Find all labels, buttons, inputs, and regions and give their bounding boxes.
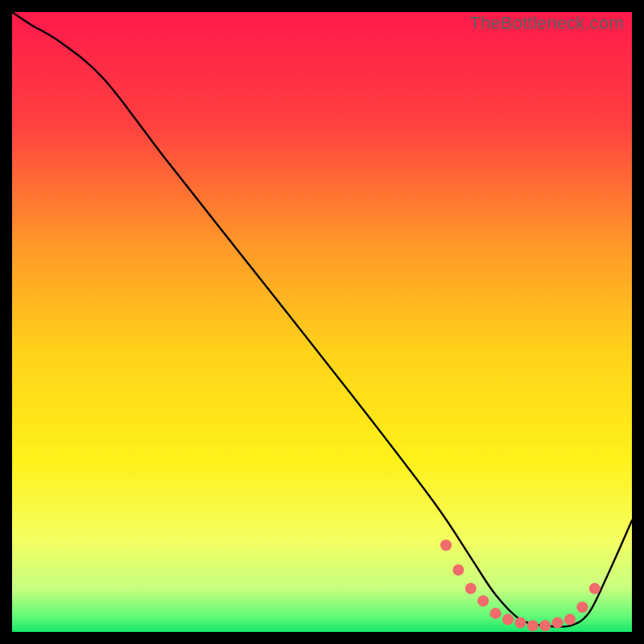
highlight-dot [589,583,601,594]
highlight-dot [576,601,588,613]
highlight-dot [490,608,502,619]
highlight-dot [527,620,539,631]
heat-gradient-background [12,12,632,632]
highlight-dot [539,620,551,631]
highlight-dot [452,564,464,576]
watermark-label: TheBottleneck.com [469,13,624,34]
highlight-dot [552,617,564,629]
highlight-dot [514,617,526,629]
highlight-dot [477,596,489,607]
bottleneck-chart [12,12,632,632]
highlight-dot [465,583,477,594]
highlight-dot [502,614,514,625]
highlight-dot [564,614,576,625]
highlight-dot [440,539,452,551]
chart-frame: TheBottleneck.com [12,12,632,632]
